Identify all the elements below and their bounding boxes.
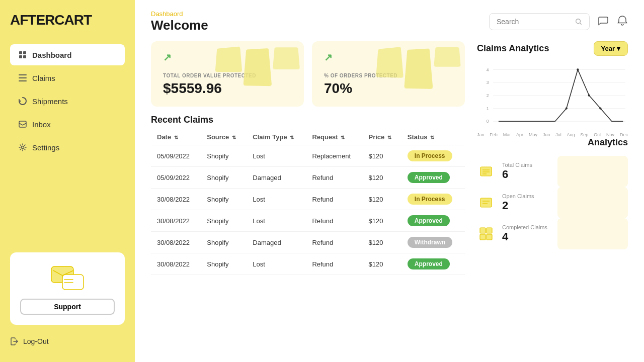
sidebar-item-shipments[interactable]: Shipments xyxy=(10,90,125,112)
total-claims-value: 6 xyxy=(502,168,532,181)
logout-button[interactable]: Log-Out xyxy=(10,333,125,350)
cell-date: 05/09/2022 xyxy=(151,145,201,167)
table-row[interactable]: 30/08/2022 Shopify Damaged Refund $120 W… xyxy=(151,232,465,253)
cell-request: Refund xyxy=(306,167,362,189)
sidebar-nav: Dashboard Claims Shipments xyxy=(10,44,125,160)
support-button[interactable]: Support xyxy=(20,299,115,315)
cell-price: $120 xyxy=(362,253,401,275)
completed-claims-value: 4 xyxy=(502,230,547,243)
analytics-card-completed: Completed Claims 4 xyxy=(477,218,628,249)
year-filter-button[interactable]: Year ▾ xyxy=(594,41,628,56)
cell-source: Shopify xyxy=(201,210,247,232)
main-content: Dashbaord Welcome xyxy=(135,0,644,362)
table-row[interactable]: 05/09/2022 Shopify Lost Replacement $120… xyxy=(151,145,465,167)
col-type[interactable]: Claim Type ⇅ xyxy=(247,129,306,145)
col-status[interactable]: Status ⇅ xyxy=(401,129,465,145)
chart-labels: JanFebMarAprMayJunJulAugSepOctNovDec xyxy=(477,132,628,137)
header-actions xyxy=(489,13,628,30)
shipments-icon xyxy=(18,97,27,106)
svg-rect-4 xyxy=(19,74,27,75)
svg-rect-1 xyxy=(23,51,26,54)
content-left: ↗ TOTAL ORDER VALUE PROTECTED $5559.96 ↗… xyxy=(151,41,465,354)
year-label: Year xyxy=(601,45,615,52)
cell-status: Approved xyxy=(401,167,465,189)
svg-rect-2 xyxy=(19,55,22,58)
status-badge: Approved xyxy=(408,172,450,183)
status-badge: Approved xyxy=(408,258,450,269)
cell-date: 30/08/2022 xyxy=(151,210,201,232)
status-badge: In Process xyxy=(408,194,452,205)
col-source[interactable]: Source ⇅ xyxy=(201,129,247,145)
table-row[interactable]: 30/08/2022 Shopify Lost Refund $120 Appr… xyxy=(151,253,465,275)
svg-rect-6 xyxy=(19,80,27,81)
table-row[interactable]: 30/08/2022 Shopify Lost Refund $120 In P… xyxy=(151,189,465,210)
cell-date: 05/09/2022 xyxy=(151,167,201,189)
search-box[interactable] xyxy=(489,13,590,30)
sidebar-item-dashboard[interactable]: Dashboard xyxy=(10,44,125,65)
status-badge: Withdrawn xyxy=(408,237,452,248)
svg-rect-3 xyxy=(23,55,26,58)
status-badge: Approved xyxy=(408,215,450,226)
table-row[interactable]: 05/09/2022 Shopify Damaged Refund $120 A… xyxy=(151,167,465,189)
svg-text:4: 4 xyxy=(487,67,489,72)
chevron-down-icon: ▾ xyxy=(617,45,620,52)
status-badge: In Process xyxy=(408,150,452,161)
cell-source: Shopify xyxy=(201,145,247,167)
claims-table: Date ⇅ Source ⇅ Claim Type ⇅ Request ⇅ P… xyxy=(151,129,465,275)
claims-icon xyxy=(18,73,27,82)
analytics-right-title: Analytics xyxy=(477,137,628,148)
cell-source: Shopify xyxy=(201,253,247,275)
sidebar-item-claims[interactable]: Claims xyxy=(10,67,125,88)
header-title-area: Dashbaord Welcome xyxy=(151,10,208,33)
claims-section: Recent Claims Date ⇅ Source ⇅ Claim Type… xyxy=(151,115,465,275)
analytics-title: Claims Analytics xyxy=(477,43,549,54)
cell-type: Lost xyxy=(247,189,306,210)
analytics-cards: Total Claims 6 Open Cla xyxy=(477,156,628,354)
svg-point-23 xyxy=(577,68,579,70)
col-price[interactable]: Price ⇅ xyxy=(362,129,401,145)
cell-price: $120 xyxy=(362,189,401,210)
sidebar-item-label: Inbox xyxy=(32,120,51,129)
support-card: Support xyxy=(10,252,125,325)
sidebar-item-label: Dashboard xyxy=(32,51,71,59)
cell-status: Approved xyxy=(401,210,465,232)
svg-text:2: 2 xyxy=(487,93,489,98)
open-claims-value: 2 xyxy=(502,199,534,212)
analytics-chart: 4 3 2 1 0 xyxy=(477,64,628,129)
col-request[interactable]: Request ⇅ xyxy=(306,129,362,145)
breadcrumb: Dashbaord xyxy=(151,10,208,18)
sidebar-item-label: Settings xyxy=(32,143,59,152)
open-claims-icon xyxy=(477,194,495,212)
sidebar-item-inbox[interactable]: Inbox xyxy=(10,114,125,135)
sidebar-item-settings[interactable]: Settings xyxy=(10,137,125,158)
cell-type: Lost xyxy=(247,145,306,167)
cell-date: 30/08/2022 xyxy=(151,189,201,210)
cell-request: Refund xyxy=(306,189,362,210)
svg-rect-34 xyxy=(487,228,492,233)
cell-status: Withdrawn xyxy=(401,232,465,253)
claims-title: Recent Claims xyxy=(151,115,465,125)
col-date[interactable]: Date ⇅ xyxy=(151,129,201,145)
notifications-icon[interactable] xyxy=(617,15,628,29)
stat-card-orders-protected: ↗ % OF ORDERS PROTECTED 70% xyxy=(312,41,465,107)
cell-price: $120 xyxy=(362,210,401,232)
search-input[interactable] xyxy=(497,18,571,26)
cell-type: Damaged xyxy=(247,232,306,253)
completed-claims-icon xyxy=(477,225,495,243)
svg-rect-36 xyxy=(487,234,492,240)
chart-container: 4 3 2 1 0 JanFebMarAprMayJunJulAugSepOct… xyxy=(477,64,628,129)
cell-price: $120 xyxy=(362,232,401,253)
analytics-card-total: Total Claims 6 xyxy=(477,156,628,187)
svg-rect-33 xyxy=(480,228,486,233)
search-icon xyxy=(575,18,582,26)
svg-point-22 xyxy=(566,107,568,109)
svg-rect-10 xyxy=(62,275,84,290)
cell-price: $120 xyxy=(362,145,401,167)
total-claims-label: Total Claims xyxy=(502,162,532,168)
svg-rect-0 xyxy=(19,51,22,54)
table-row[interactable]: 30/08/2022 Shopify Lost Refund $120 Appr… xyxy=(151,210,465,232)
svg-text:3: 3 xyxy=(487,80,489,85)
cell-type: Lost xyxy=(247,253,306,275)
header: Dashbaord Welcome xyxy=(135,0,644,33)
messages-icon[interactable] xyxy=(598,15,609,29)
